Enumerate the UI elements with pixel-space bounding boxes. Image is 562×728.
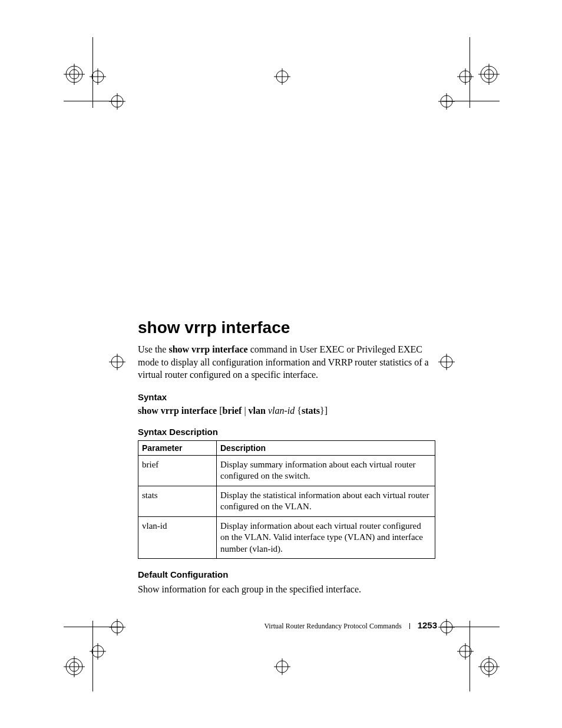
param-desc: Display summary information about each v… [217, 455, 435, 486]
svg-point-26 [441, 356, 452, 368]
syntax-heading: Syntax [138, 392, 437, 402]
syntax-brief: brief [223, 406, 242, 416]
svg-point-33 [92, 645, 104, 657]
syntax-description-heading: Syntax Description [138, 427, 437, 437]
syntax-stats: stats [302, 406, 320, 416]
intro-paragraph: Use the show vrrp interface command in U… [138, 343, 437, 381]
svg-point-17 [484, 70, 494, 79]
table-row: stats Display the statistical informatio… [138, 486, 435, 516]
parameter-table: Parameter Description brief Display summ… [138, 440, 435, 559]
svg-point-7 [111, 95, 123, 107]
svg-point-4 [92, 71, 104, 83]
svg-point-29 [66, 658, 82, 675]
svg-point-42 [441, 621, 452, 633]
syntax-open2: { [295, 406, 302, 416]
page-footer: Virtual Router Redundancy Protocol Comma… [138, 620, 437, 631]
command-heading: show vrrp interface [138, 318, 437, 337]
syntax-pipe: | [242, 406, 248, 416]
param-desc: Display the statistical information abou… [217, 486, 435, 516]
svg-point-49 [484, 662, 494, 671]
param-name: brief [138, 455, 217, 486]
svg-point-16 [481, 66, 497, 83]
syntax-end: }] [320, 406, 328, 416]
table-header-parameter: Parameter [138, 440, 217, 455]
intro-command-name: show vrrp interface [168, 344, 247, 354]
table-row: vlan-id Display information about each v… [138, 516, 435, 559]
syntax-vlanid: vlan-id [268, 406, 295, 416]
svg-point-0 [66, 66, 82, 83]
syntax-line: show vrrp interface [brief | vlan vlan-i… [138, 406, 437, 416]
svg-point-1 [70, 70, 79, 79]
table-header-description: Description [217, 440, 435, 455]
param-desc: Display information about each virtual r… [217, 516, 435, 559]
param-name: vlan-id [138, 516, 217, 559]
svg-point-20 [441, 95, 452, 107]
syntax-sep: [ [217, 406, 222, 416]
page-number: 1253 [418, 620, 437, 630]
footer-section-title: Virtual Router Redundancy Protocol Comma… [264, 622, 401, 630]
document-body: show vrrp interface Use the show vrrp in… [138, 318, 437, 596]
syntax-cmd: show vrrp interface [138, 406, 217, 416]
svg-point-23 [111, 356, 123, 368]
param-name: stats [138, 486, 217, 516]
svg-point-48 [481, 658, 497, 675]
footer-separator [409, 623, 410, 629]
intro-pre: Use the [138, 344, 168, 354]
svg-point-30 [70, 662, 79, 671]
svg-point-39 [276, 661, 288, 673]
syntax-vlan: vlan [249, 406, 266, 416]
svg-point-36 [111, 621, 123, 633]
default-config-body: Show information for each group in the s… [138, 583, 437, 596]
default-config-heading: Default Configuration [138, 569, 437, 579]
table-row: brief Display summary information about … [138, 455, 435, 486]
svg-point-10 [276, 71, 288, 83]
